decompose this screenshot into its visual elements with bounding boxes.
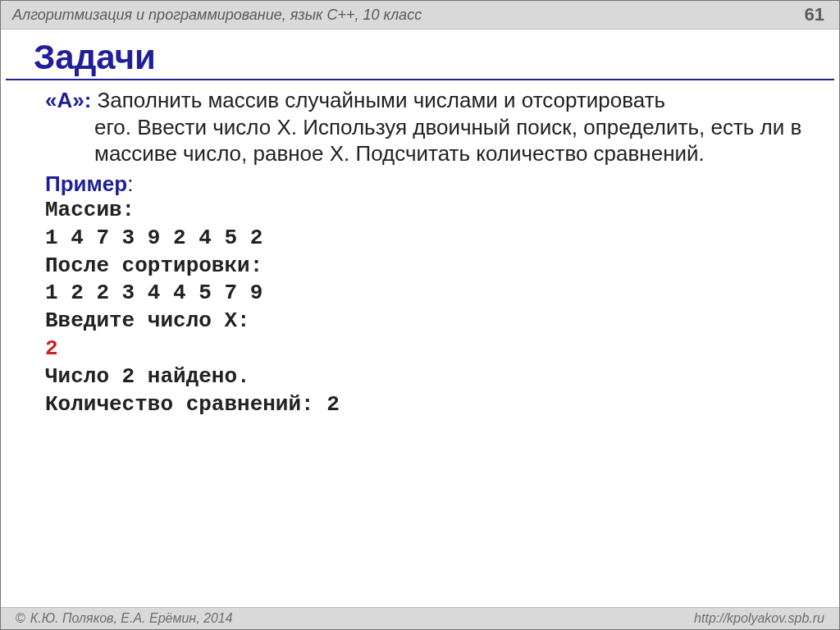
page-number: 61: [805, 4, 824, 25]
task-text-rest: его. Ввести число X. Используя двоичный …: [45, 114, 806, 167]
example-output: Массив: 1 4 7 3 9 2 4 5 2 После сортиров…: [45, 197, 806, 418]
example-heading: Пример:: [45, 171, 806, 198]
mono-line-2: 1 4 7 3 9 2 4 5 2: [45, 226, 262, 250]
copyright: © К.Ю. Поляков, Е.А. Ерёмин, 2014: [16, 611, 233, 626]
mono-line-4: 1 2 2 3 4 4 5 7 9: [45, 281, 262, 305]
task-block: «A»: Заполнить массив случайными числами…: [45, 87, 806, 167]
mono-line-8: Количество сравнений: 2: [45, 392, 340, 417]
copyright-text: К.Ю. Поляков, Е.А. Ерёмин, 2014: [30, 611, 233, 626]
example-colon: :: [127, 171, 133, 196]
example-label: Пример: [45, 171, 127, 196]
footer-bar: © К.Ю. Поляков, Е.А. Ерёмин, 2014 http:/…: [1, 607, 839, 629]
mono-line-6: 2: [45, 336, 58, 361]
copyright-icon: ©: [16, 611, 25, 626]
task-text-line1: Заполнить массив случайными числами и от…: [98, 88, 666, 112]
course-title: Алгоритмизация и программирование, язык …: [12, 7, 422, 24]
header-bar: Алгоритмизация и программирование, язык …: [1, 1, 839, 30]
slide-title: Задачи: [6, 30, 834, 80]
mono-line-1: Массив:: [45, 198, 135, 222]
mono-line-3: После сортировки:: [45, 253, 262, 278]
footer-url: http://kpolyakov.spb.ru: [694, 611, 824, 626]
mono-line-5: Введите число X:: [45, 308, 250, 333]
slide-body: «A»: Заполнить массив случайными числами…: [1, 80, 839, 418]
slide: Алгоритмизация и программирование, язык …: [0, 0, 840, 630]
mono-line-7: Число 2 найдено.: [45, 364, 250, 389]
task-label: «A»:: [45, 88, 91, 112]
